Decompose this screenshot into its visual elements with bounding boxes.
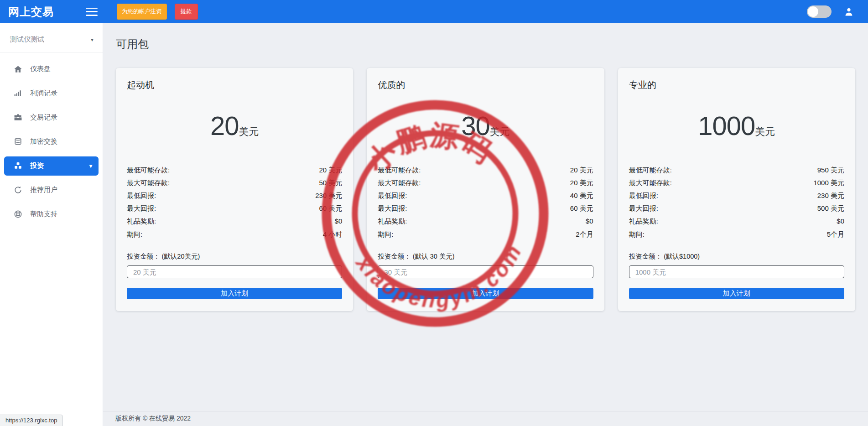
join-plan-button[interactable]: 加入计划	[629, 288, 844, 299]
detail-row: 礼品奖励:$0	[378, 215, 593, 228]
copyright-text: 版权所有 © 在线贸易 2022	[115, 415, 191, 423]
invest-amount-input[interactable]	[127, 265, 342, 278]
sidebar-item-trade-records[interactable]: 交易记录	[0, 105, 103, 130]
package-card-premium: 优质的 30美元 最低可能存款:20 美元 最大可能存款:20 美元 最低回报:…	[367, 68, 604, 311]
sidebar-item-profit-records[interactable]: 利润记录	[0, 81, 103, 105]
detail-row: 最低可能存款:20 美元	[378, 164, 593, 177]
sidebar-item-referral-users[interactable]: 推荐用户	[0, 178, 103, 202]
sidebar-item-label: 利润记录	[30, 89, 57, 98]
invest-amount-label: 投资金额： (默认$1000)	[629, 252, 844, 261]
top-header: 网上交易 为您的帐户注资 提款	[0, 0, 868, 23]
join-plan-button[interactable]: 加入计划	[127, 288, 342, 299]
sidebar: 测试仪测试 ▾ 仪表盘 利润记录 交易记录 加密交换 投资 ▾ 推荐用户	[0, 23, 103, 426]
chevron-down-icon: ▾	[91, 36, 94, 43]
package-name: 起动机	[127, 79, 342, 91]
sidebar-item-help-support[interactable]: 帮助支持	[0, 202, 103, 226]
status-url-text: https://123.rglxc.top	[5, 417, 57, 424]
withdraw-button[interactable]: 提款	[175, 4, 198, 20]
detail-row: 礼品奖励:$0	[127, 215, 342, 228]
package-price: 20美元	[127, 110, 342, 141]
life-ring-icon	[14, 210, 22, 218]
sidebar-item-label: 推荐用户	[30, 186, 57, 194]
toggle-knob	[808, 6, 818, 17]
sidebar-item-label: 投资	[30, 161, 44, 170]
package-name: 优质的	[378, 79, 593, 91]
package-price: 30美元	[378, 110, 593, 141]
invest-amount-label: 投资金额： (默认20美元)	[127, 252, 342, 261]
detail-row: 期间:5个月	[629, 228, 844, 241]
hamburger-menu-icon[interactable]	[86, 8, 98, 16]
detail-row: 最大回报:500 美元	[629, 203, 844, 215]
detail-row: 最大可能存款:20 美元	[378, 177, 593, 189]
package-card-starter: 起动机 20美元 最低可能存款:20 美元 最大可能存款:50 美元 最低回报:…	[116, 68, 353, 311]
package-card-professional: 专业的 1000美元 最低可能存款:950 美元 最大可能存款:1000 美元 …	[618, 68, 855, 311]
invest-amount-input[interactable]	[378, 265, 593, 278]
chevron-down-icon: ▾	[89, 163, 92, 169]
browser-status-url: https://123.rglxc.top	[0, 415, 63, 426]
detail-row: 最低可能存款:20 美元	[127, 164, 342, 177]
package-price: 1000美元	[629, 110, 844, 141]
fund-account-button[interactable]: 为您的帐户注资	[117, 4, 167, 20]
main-content: 可用包 起动机 20美元 最低可能存款:20 美元 最大可能存款:50 美元 最…	[103, 23, 868, 426]
sidebar-item-label: 交易记录	[30, 113, 57, 122]
cubes-icon	[14, 161, 22, 170]
sidebar-item-crypto-exchange[interactable]: 加密交换	[0, 130, 103, 154]
join-plan-button[interactable]: 加入计划	[378, 288, 593, 299]
user-icon[interactable]	[843, 6, 854, 17]
detail-row: 最低可能存款:950 美元	[629, 164, 844, 177]
package-name: 专业的	[629, 79, 844, 91]
detail-row: 期间:4 小时	[127, 228, 342, 241]
detail-row: 最大回报:60 美元	[378, 203, 593, 215]
recycle-icon	[14, 186, 22, 194]
sidebar-item-label: 加密交换	[30, 137, 57, 146]
detail-row: 最低回报:230 美元	[629, 189, 844, 202]
account-selector[interactable]: 测试仪测试 ▾	[0, 23, 103, 52]
page-title: 可用包	[116, 37, 868, 52]
sidebar-item-label: 帮助支持	[30, 210, 57, 218]
detail-row: 最低回报:40 美元	[378, 189, 593, 202]
home-icon	[14, 65, 22, 73]
invest-amount-input[interactable]	[629, 265, 844, 278]
detail-row: 最大可能存款:50 美元	[127, 177, 342, 189]
bar-chart-icon	[14, 89, 22, 98]
detail-row: 礼品奖励:$0	[629, 215, 844, 228]
sidebar-item-dashboard[interactable]: 仪表盘	[0, 57, 103, 81]
invest-amount-label: 投资金额： (默认 30 美元)	[378, 252, 593, 261]
package-cards: 起动机 20美元 最低可能存款:20 美元 最大可能存款:50 美元 最低回报:…	[116, 68, 855, 311]
detail-row: 最大可能存款:1000 美元	[629, 177, 844, 189]
detail-row: 最低回报:230 美元	[127, 189, 342, 202]
detail-row: 期间:2个月	[378, 228, 593, 241]
briefcase-icon	[14, 113, 22, 122]
account-name: 测试仪测试	[10, 35, 44, 44]
coins-icon	[14, 137, 22, 146]
sidebar-item-label: 仪表盘	[30, 65, 51, 73]
detail-row: 最大回报:60 美元	[127, 203, 342, 215]
brand-title: 网上交易	[0, 5, 73, 19]
sidebar-item-investment[interactable]: 投资 ▾	[4, 156, 99, 176]
theme-toggle[interactable]	[807, 5, 832, 18]
footer: 版权所有 © 在线贸易 2022	[103, 411, 868, 426]
